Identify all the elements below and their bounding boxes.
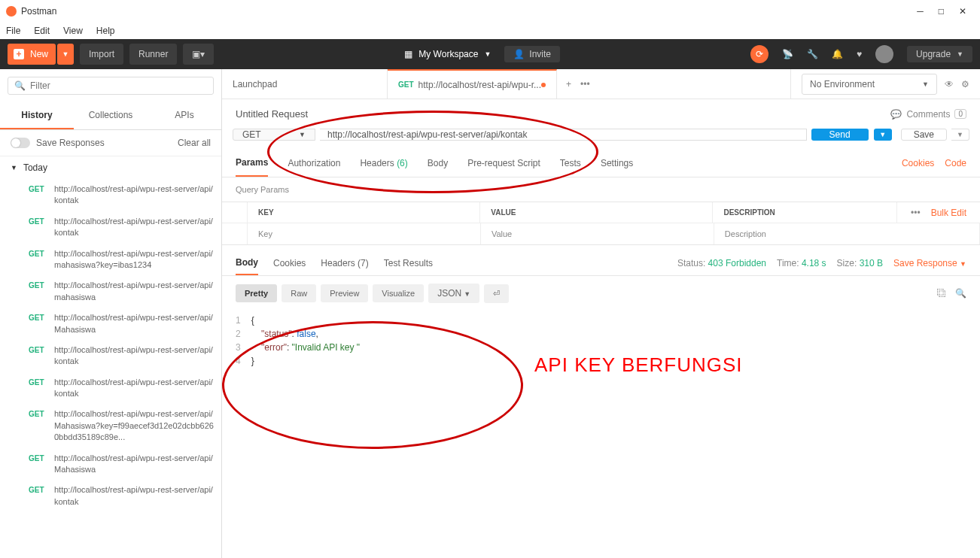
resp-tab-body[interactable]: Body (236, 251, 258, 275)
code-link[interactable]: Code (945, 158, 966, 168)
sync-icon[interactable]: ⟳ (750, 45, 768, 63)
menu-file[interactable]: File (6, 26, 20, 36)
save-button[interactable]: Save (901, 129, 947, 141)
th-description: DESCRIPTION (713, 202, 897, 223)
tab-params[interactable]: Params (236, 150, 268, 177)
tab-history[interactable]: History (0, 102, 74, 129)
plus-icon: + (14, 49, 24, 59)
history-method: GET (29, 183, 47, 207)
url-input[interactable]: http://localhost/rest-api/wpu-rest-serve… (320, 129, 807, 141)
env-preview-icon[interactable]: 👁 (945, 79, 954, 89)
history-item[interactable]: GEThttp://localhost/rest-api/wpu-rest-se… (0, 179, 221, 211)
unsaved-dot-icon (541, 83, 546, 87)
workspace-selector[interactable]: ▦ My Workspace ▼ (404, 49, 491, 59)
cookies-link[interactable]: Cookies (902, 158, 934, 168)
menu-edit[interactable]: Edit (34, 26, 50, 36)
history-item[interactable]: GEThttp://localhost/rest-api/wpu-rest-se… (0, 448, 221, 481)
tab-options-button[interactable]: ••• (580, 79, 590, 89)
view-visualize[interactable]: Visualize (373, 284, 424, 302)
wrench-icon[interactable]: 🔧 (807, 49, 818, 59)
history-url: http://localhost/rest-api/wpu-rest-serve… (54, 453, 214, 476)
save-dropdown[interactable]: ▼ (951, 129, 969, 141)
filter-input[interactable]: 🔍 (8, 77, 214, 95)
history-item[interactable]: GEThttp://localhost/rest-api/wpu-rest-se… (0, 308, 221, 340)
history-url: http://localhost/rest-api/wpu-rest-serve… (54, 312, 214, 335)
tab-collections[interactable]: Collections (74, 102, 148, 129)
history-url: http://localhost/rest-api/wpu-rest-serve… (54, 183, 214, 207)
history-url: http://localhost/rest-api/wpu-rest-serve… (54, 344, 214, 368)
description-input[interactable]: Description (714, 223, 980, 244)
new-dropdown[interactable]: ▼ (57, 44, 74, 65)
resp-tab-headers[interactable]: Headers (7) (321, 252, 368, 274)
tab-request[interactable]: GET http://localhost/rest-api/wpu-r... (388, 69, 557, 99)
send-dropdown[interactable]: ▼ (874, 129, 892, 141)
history-url: http://localhost/rest-api/wpu-rest-serve… (54, 280, 214, 303)
view-pretty[interactable]: Pretty (236, 284, 277, 302)
menu-help[interactable]: Help (96, 26, 115, 36)
open-new-button[interactable]: ▣▾ (183, 44, 214, 65)
method-select[interactable]: GET ▼ (233, 129, 315, 141)
app-title: Postman (21, 6, 56, 17)
history-item[interactable]: GEThttp://localhost/rest-api/wpu-rest-se… (0, 244, 221, 276)
import-button[interactable]: Import (80, 44, 123, 65)
comments-button[interactable]: 💬 Comments 0 (890, 109, 966, 120)
close-button[interactable]: ✕ (959, 6, 966, 17)
runner-button[interactable]: Runner (129, 44, 177, 65)
history-item[interactable]: GEThttp://localhost/rest-api/wpu-rest-se… (0, 211, 221, 244)
menu-view[interactable]: View (63, 26, 83, 36)
history-url: http://localhost/rest-api/wpu-rest-serve… (54, 248, 214, 271)
chevron-down-icon: ▼ (299, 131, 306, 138)
avatar[interactable] (875, 45, 893, 63)
chevron-down-icon: ▼ (11, 164, 17, 171)
tab-launchpad[interactable]: Launchpad (222, 69, 388, 99)
clear-all-button[interactable]: Clear all (178, 138, 211, 148)
history-item[interactable]: GEThttp://localhost/rest-api/wpu-rest-se… (0, 372, 221, 405)
minimize-button[interactable]: ─ (917, 6, 924, 17)
history-item[interactable]: GEThttp://localhost/rest-api/wpu-rest-se… (0, 275, 221, 308)
tab-prerequest[interactable]: Pre-request Script (467, 150, 540, 176)
send-button[interactable]: Send (811, 129, 869, 141)
history-item[interactable]: GEThttp://localhost/rest-api/wpu-rest-se… (0, 340, 221, 372)
key-input[interactable]: Key (248, 223, 481, 244)
resp-tab-cookies[interactable]: Cookies (273, 252, 306, 274)
request-name: Untitled Request (236, 108, 308, 120)
environment-select[interactable]: No Environment ▼ (802, 74, 937, 95)
today-header[interactable]: ▼ Today (0, 156, 221, 179)
format-select[interactable]: JSON ▼ (428, 284, 479, 303)
maximize-button[interactable]: □ (939, 6, 944, 17)
tab-apis[interactable]: APIs (148, 102, 221, 129)
tab-headers[interactable]: Headers (6) (360, 150, 407, 176)
search-response-icon[interactable]: 🔍 (955, 288, 966, 299)
bulk-edit-link[interactable]: Bulk Edit (931, 208, 966, 218)
history-item[interactable]: GEThttp://localhost/rest-api/wpu-rest-se… (0, 404, 221, 447)
params-table: KEY VALUE DESCRIPTION ••• Bulk Edit Key … (222, 202, 980, 245)
save-response-button[interactable]: Save Response ▼ (893, 258, 966, 268)
tab-body[interactable]: Body (428, 150, 448, 176)
history-url: http://localhost/rest-api/wpu-rest-serve… (54, 408, 214, 443)
copy-icon[interactable]: ⿻ (937, 288, 946, 299)
bell-icon[interactable]: 🔔 (832, 49, 843, 59)
history-method: GET (29, 484, 47, 508)
view-preview[interactable]: Preview (321, 284, 368, 302)
save-responses-toggle[interactable] (11, 138, 30, 148)
satellite-icon[interactable]: 📡 (782, 49, 793, 59)
heart-icon[interactable]: ♥ (857, 49, 862, 59)
content-area: Launchpad GET http://localhost/rest-api/… (222, 69, 980, 558)
invite-button[interactable]: 👤 Invite (504, 46, 560, 62)
new-button[interactable]: + New (8, 44, 56, 65)
th-value: VALUE (480, 202, 713, 223)
more-icon[interactable]: ••• (911, 208, 921, 218)
value-input[interactable]: Value (481, 223, 714, 244)
settings-icon[interactable]: ⚙ (961, 79, 969, 89)
comment-icon: 💬 (890, 109, 902, 120)
view-raw[interactable]: Raw (282, 284, 316, 302)
wrap-lines-button[interactable]: ⏎ (484, 284, 509, 303)
upgrade-button[interactable]: Upgrade ▼ (907, 46, 972, 62)
history-url: http://localhost/rest-api/wpu-rest-serve… (54, 377, 214, 400)
history-item[interactable]: GEThttp://localhost/rest-api/wpu-rest-se… (0, 480, 221, 512)
tab-tests[interactable]: Tests (560, 150, 581, 176)
tab-settings[interactable]: Settings (601, 150, 633, 176)
add-tab-button[interactable]: + (566, 79, 571, 89)
resp-tab-tests[interactable]: Test Results (384, 252, 433, 274)
tab-authorization[interactable]: Authorization (288, 150, 340, 176)
